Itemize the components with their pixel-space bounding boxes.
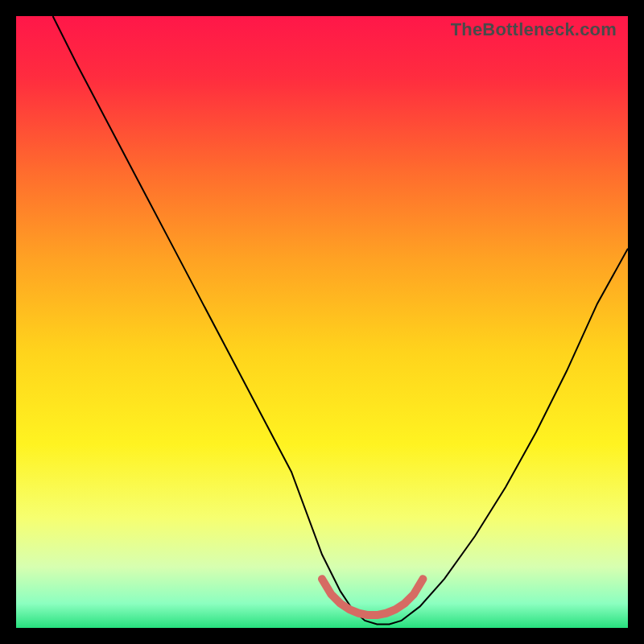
- chart-plot-area: TheBottleneck.com: [16, 16, 628, 628]
- chart-background: [16, 16, 628, 628]
- watermark-text: TheBottleneck.com: [451, 19, 617, 40]
- chart-stage: TheBottleneck.com: [0, 0, 644, 644]
- chart-svg: [16, 16, 628, 628]
